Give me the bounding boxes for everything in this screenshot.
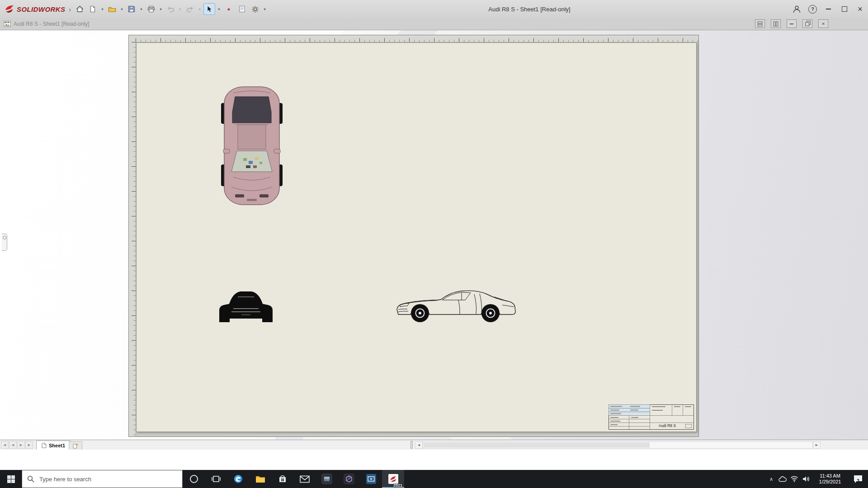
document-title-group: Audi R8 S - Sheet1 [Read-only]: [4, 18, 89, 30]
taskbar-clock[interactable]: 11:43 AM 1/29/2021: [812, 473, 848, 485]
record-macro-button[interactable]: ●: [223, 3, 235, 15]
maximize-button[interactable]: [836, 0, 852, 18]
vertical-ruler: [129, 42, 136, 436]
menu-flyout-icon[interactable]: ›: [69, 5, 71, 13]
minimize-icon: [826, 9, 831, 9]
add-sheet-icon: [73, 443, 78, 449]
doc-close-icon: ×: [821, 21, 825, 27]
doc-restore-button[interactable]: [802, 19, 812, 28]
tile-vertical-icon: [773, 21, 778, 27]
mail-button[interactable]: [293, 470, 316, 488]
ruler-corner: [129, 35, 136, 42]
cloud-tray-button[interactable]: [777, 476, 788, 482]
sheet-nav-buttons: ◀ ◀ ▶ ▶: [1, 441, 33, 449]
action-center-button[interactable]: 2: [848, 474, 868, 483]
options-button[interactable]: [249, 3, 261, 15]
save-caret-icon[interactable]: ▾: [139, 7, 144, 11]
maximize-icon: [842, 6, 847, 12]
first-sheet-button[interactable]: ◀: [1, 441, 9, 449]
last-sheet-button[interactable]: ▶: [25, 441, 33, 449]
close-button[interactable]: ×: [852, 0, 868, 18]
tile-horizontal-button[interactable]: [755, 19, 765, 28]
start-button[interactable]: [0, 470, 22, 488]
graphics-area[interactable]: Audi R8 S: [0, 30, 868, 440]
help-icon: ?: [808, 5, 817, 14]
store-button[interactable]: [271, 470, 293, 488]
redo-icon: [186, 6, 194, 12]
scroll-left-button[interactable]: ◀: [415, 441, 423, 449]
new-caret-icon[interactable]: ▾: [100, 7, 105, 11]
file-explorer-button[interactable]: [249, 470, 271, 488]
notification-count-badge: 2: [848, 479, 868, 483]
drawing-view-side[interactable]: [394, 287, 519, 326]
title-block[interactable]: Audi R8 S: [609, 404, 694, 432]
tile-horizontal-icon: [757, 21, 763, 27]
horizontal-ruler: [136, 35, 698, 42]
next-sheet-button[interactable]: ▶: [17, 441, 25, 449]
feature-manager-collapsed-tab[interactable]: [2, 234, 7, 251]
car-top-view: [220, 85, 284, 206]
viewer-3d-button[interactable]: [338, 470, 360, 488]
search-input[interactable]: [38, 475, 177, 483]
sheet-tab-label: Sheet1: [49, 443, 65, 448]
cortana-button[interactable]: [183, 470, 205, 488]
volume-tray-button[interactable]: [800, 476, 812, 482]
undo-caret-icon[interactable]: ▾: [178, 7, 183, 11]
network-tray-button[interactable]: [788, 476, 800, 482]
print-button[interactable]: [145, 3, 157, 15]
help-button[interactable]: ?: [805, 0, 821, 18]
windows-taskbar: 2021 ∧ 11:43 AM 1/29/2021 2: [0, 470, 868, 488]
file-properties-button[interactable]: [236, 3, 248, 15]
title-block-table: Audi R8 S: [609, 404, 694, 430]
undo-button[interactable]: [165, 3, 176, 15]
drawing-view-top[interactable]: [220, 85, 284, 208]
pane-splitter[interactable]: [410, 441, 413, 449]
undo-icon: [167, 6, 175, 12]
solidworks-taskbar-button[interactable]: 2021: [382, 470, 404, 488]
file-properties-icon: [239, 5, 245, 13]
account-button[interactable]: [789, 0, 805, 18]
add-sheet-button[interactable]: [69, 441, 82, 450]
open-folder-icon: [108, 6, 116, 13]
options-caret-icon[interactable]: ▾: [262, 7, 267, 11]
edge-icon: [233, 474, 243, 484]
movies-button[interactable]: [360, 470, 382, 488]
new-document-button[interactable]: [87, 3, 99, 15]
task-view-button[interactable]: [205, 470, 227, 488]
open-button[interactable]: [106, 3, 118, 15]
doc-restore-icon: [806, 22, 810, 26]
previous-sheet-button[interactable]: ◀: [9, 441, 17, 449]
titlebar-controls: ? ×: [789, 0, 868, 18]
hidden-icons-chevron[interactable]: ∧: [766, 476, 777, 482]
car-side-view: [394, 287, 519, 324]
drawing-view-front[interactable]: [218, 287, 274, 325]
taskbar-search[interactable]: [22, 470, 183, 488]
drawing-sheet[interactable]: Audi R8 S: [136, 42, 697, 432]
save-button[interactable]: [126, 3, 137, 15]
brand-text: SOLIDWORKS: [17, 5, 65, 13]
edge-button[interactable]: [227, 470, 249, 488]
open-caret-icon[interactable]: ▾: [119, 7, 124, 11]
horizontal-scrollbar[interactable]: [423, 441, 813, 449]
tile-vertical-button[interactable]: [771, 19, 781, 28]
horizontal-scrollbar-thumb[interactable]: [424, 442, 650, 448]
scroll-right-button[interactable]: ▶: [813, 441, 821, 449]
document-titlebar: Audi R8 S - Sheet1 [Read-only] ×: [0, 18, 868, 30]
print-caret-icon[interactable]: ▾: [158, 7, 163, 11]
status-bar: [0, 450, 868, 470]
clock-date: 1/29/2021: [812, 479, 848, 485]
minimize-button[interactable]: [821, 0, 836, 18]
doc-close-button[interactable]: ×: [818, 19, 828, 28]
mail-icon: [300, 475, 310, 483]
cortana-icon: [189, 474, 199, 484]
solidworks-menu[interactable]: SOLIDWORKS ›: [5, 0, 71, 18]
select-tool-button[interactable]: [203, 3, 215, 15]
sheet-tab[interactable]: Sheet1: [36, 441, 71, 450]
quick-access-toolbar: ▾ ▾ ▾ ▾ ▾ ▾ ▾: [74, 0, 267, 18]
redo-button[interactable]: [184, 3, 196, 15]
select-caret-icon[interactable]: ▾: [217, 7, 222, 11]
doc-minimize-button[interactable]: [787, 19, 797, 28]
home-button[interactable]: [74, 3, 85, 15]
photos-button[interactable]: [316, 470, 338, 488]
redo-caret-icon[interactable]: ▾: [197, 7, 202, 11]
